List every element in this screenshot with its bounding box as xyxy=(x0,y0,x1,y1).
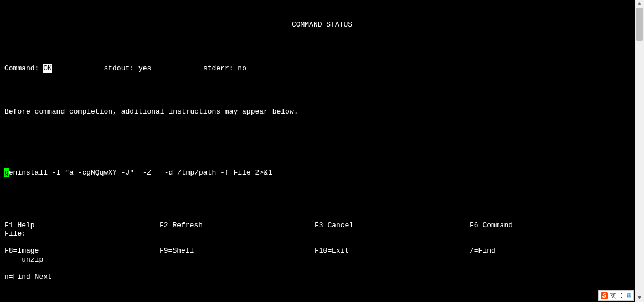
ime-grid-icon[interactable]: ⊞ xyxy=(627,292,631,299)
fkey-f8-image[interactable]: F8=Image xyxy=(4,247,159,255)
spacer xyxy=(52,64,104,73)
function-key-footer: F1=Help F2=Refresh F3=Cancel F6=Command … xyxy=(4,203,640,299)
screen-title: COMMAND STATUS xyxy=(4,21,640,29)
footer-empty xyxy=(470,273,640,281)
command-text: geninstall -I "a -cgNQqwXY -J" -Z -d /tm… xyxy=(4,168,640,177)
stdout-label: stdout: xyxy=(104,64,138,73)
cursor: g xyxy=(4,168,9,177)
fkey-f1-help[interactable]: F1=Help xyxy=(4,221,159,230)
blank-line xyxy=(4,134,640,142)
ime-logo-icon: S xyxy=(601,292,608,299)
scroll-up-arrow-icon[interactable]: ▲ xyxy=(635,0,644,8)
footer-empty xyxy=(315,273,470,281)
vertical-scrollbar[interactable]: ▲ ▼ xyxy=(635,0,644,302)
spacer xyxy=(151,64,203,73)
command-label: Command: xyxy=(4,64,43,73)
scrollbar-thumb[interactable] xyxy=(636,8,643,41)
fkey-n-find-next[interactable]: n=Find Next xyxy=(4,273,159,281)
fkey-slash-find[interactable]: /=Find xyxy=(470,247,640,255)
ime-language-label: 英 xyxy=(610,292,616,299)
footer-empty xyxy=(159,273,315,281)
footer-row-3: n=Find Next xyxy=(4,273,640,281)
fkey-f2-refresh[interactable]: F2=Refresh xyxy=(159,221,315,230)
before-completion-msg: Before command completion, additional in… xyxy=(4,108,640,116)
command-value: OK xyxy=(43,64,52,73)
command-rest: eninstall -I "a -cgNQqwXY -J" -Z -d /tmp… xyxy=(9,168,272,177)
ime-options-icon[interactable]: ⋮ xyxy=(619,292,625,299)
blank-line xyxy=(4,194,640,203)
fkey-f10-exit[interactable]: F10=Exit xyxy=(315,247,470,255)
terminal-screen: COMMAND STATUS Command: OK stdout: yes s… xyxy=(0,0,644,302)
ime-indicator[interactable]: S 英 ⋮ ⊞ xyxy=(598,290,634,301)
scroll-down-arrow-icon[interactable]: ▼ xyxy=(635,294,644,302)
fkey-f6-command[interactable]: F6=Command xyxy=(470,221,640,230)
status-line: Command: OK stdout: yes stderr: no xyxy=(4,64,640,73)
footer-row-1: F1=Help F2=Refresh F3=Cancel F6=Command xyxy=(4,221,640,230)
fkey-f3-cancel[interactable]: F3=Cancel xyxy=(315,221,470,230)
fkey-f9-shell[interactable]: F9=Shell xyxy=(159,247,315,255)
stdout-value: yes xyxy=(138,64,151,73)
stderr-value: no xyxy=(238,64,246,73)
footer-row-2: F8=Image F9=Shell F10=Exit /=Find xyxy=(4,247,640,255)
stderr-label: stderr: xyxy=(203,64,238,73)
